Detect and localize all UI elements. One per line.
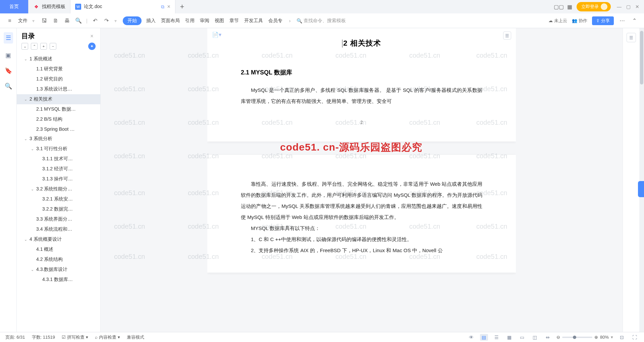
- redo-icon[interactable]: ↷: [103, 17, 110, 24]
- toc-item[interactable]: 2.2 B/S 结构: [17, 114, 100, 124]
- toc-item[interactable]: 1.2 研究目的: [17, 74, 100, 84]
- toc-item[interactable]: ⌄3.2 系统性能分…: [17, 184, 100, 194]
- new-tab-button[interactable]: +: [175, 0, 189, 13]
- ribbon-页面布局[interactable]: 页面布局: [160, 16, 180, 25]
- close-tab-icon[interactable]: ×: [167, 4, 170, 10]
- print-icon[interactable]: 🖶: [63, 17, 71, 24]
- vertical-scrollbar[interactable]: [639, 28, 644, 332]
- scrollbar-thumb[interactable]: [640, 31, 643, 84]
- toc-item[interactable]: 2.3 Spring Boot …: [17, 124, 100, 134]
- layout-icon[interactable]: ▢▢: [555, 3, 562, 10]
- cloud-status[interactable]: ☁ 未上云: [548, 18, 567, 24]
- document-canvas[interactable]: code51.cncode51.cncode51.cncode51.cncode…: [101, 28, 623, 332]
- zoom-in-icon[interactable]: ⊕: [594, 335, 598, 340]
- zoom-value[interactable]: 80%: [600, 335, 609, 340]
- collapse-all-icon[interactable]: ⌄: [21, 43, 28, 50]
- toc-item[interactable]: 4.3.1 数据库…: [17, 275, 100, 285]
- undo-icon[interactable]: ↶: [92, 17, 99, 24]
- minimize-icon[interactable]: —: [617, 4, 622, 9]
- print-preview-icon[interactable]: 🔍: [75, 17, 82, 24]
- nav-rail-icon[interactable]: ▣: [5, 52, 11, 59]
- ai-badge-icon[interactable]: ✦: [88, 43, 96, 50]
- maximize-icon[interactable]: ▢: [626, 4, 631, 9]
- tab-home[interactable]: 首页: [0, 0, 29, 13]
- detach-tab-icon[interactable]: ⧉: [161, 4, 164, 10]
- toc-item[interactable]: 3.1.1 技术可…: [17, 154, 100, 164]
- more-icon[interactable]: ⋯: [619, 17, 626, 24]
- toc-item[interactable]: 4.2 系统结构: [17, 254, 100, 265]
- toc-item[interactable]: 2.1 MYSQL 数据…: [17, 104, 100, 114]
- close-window-icon[interactable]: ✕: [635, 4, 639, 9]
- save-icon[interactable]: 🖫: [41, 17, 48, 24]
- command-search[interactable]: 🔍 查找命令、搜索模板: [297, 18, 346, 24]
- word-count[interactable]: 字数: 11519: [32, 334, 55, 340]
- apps-icon[interactable]: ▦: [566, 3, 573, 10]
- page-count[interactable]: 页面: 6/31: [5, 334, 25, 340]
- tab-document[interactable]: W 论文.doc ⧉ ×: [70, 0, 175, 13]
- toc-item[interactable]: ⌄4.3.数据库设计: [17, 265, 100, 275]
- tab-templates[interactable]: ❖ 找稻壳模板: [29, 0, 70, 13]
- ribbon-视图[interactable]: 视图: [214, 16, 225, 25]
- bookmark-rail-icon[interactable]: 🔖: [5, 67, 12, 74]
- hamburger-icon[interactable]: ≡: [6, 17, 13, 24]
- expand-ribbon-icon[interactable]: ⌃: [631, 17, 638, 24]
- page-view-icon[interactable]: ▤: [480, 334, 488, 341]
- compat-mode[interactable]: 兼容模式: [127, 334, 144, 340]
- toc-item[interactable]: 3.3 系统界面分…: [17, 214, 100, 224]
- toc-item[interactable]: ⌄2 相关技术: [17, 94, 100, 104]
- style-pane-icon[interactable]: ☰: [627, 33, 636, 42]
- ribbon-审阅[interactable]: 审阅: [199, 16, 210, 25]
- content-check-toggle[interactable]: ⌕ 内容检查 ▾: [95, 334, 120, 340]
- toc-label: 4.1 概述: [36, 246, 53, 252]
- ribbon-引用[interactable]: 引用: [184, 16, 195, 25]
- toc-item[interactable]: 3.1.2 经济可…: [17, 164, 100, 174]
- toc-item[interactable]: 1.3 系统设计思…: [17, 84, 100, 94]
- toc-item[interactable]: 1.1 研究背景: [17, 64, 100, 74]
- ribbon-overflow-icon[interactable]: ›: [289, 18, 291, 23]
- page-number: 2: [241, 120, 482, 125]
- page-widget-icon[interactable]: 📄▾: [212, 32, 221, 38]
- cloud-label: 未上云: [554, 18, 567, 24]
- watermark-text: code51.cn: [114, 189, 145, 197]
- close-sidebar-icon[interactable]: ×: [88, 33, 96, 40]
- feedback-tab[interactable]: [638, 181, 644, 197]
- toc-item[interactable]: 3.4 系统流程和…: [17, 224, 100, 234]
- eye-icon[interactable]: 👁: [467, 334, 475, 341]
- file-menu[interactable]: 文件: [17, 16, 28, 25]
- ribbon-开始[interactable]: 开始: [123, 16, 142, 25]
- zoom-control[interactable]: ⊖ ⊕ 80% ▾: [556, 335, 613, 340]
- add-heading-icon[interactable]: +: [40, 43, 47, 50]
- outline-view-icon[interactable]: ☰: [493, 334, 501, 341]
- zoom-out-icon[interactable]: ⊖: [556, 335, 560, 340]
- toc-item[interactable]: 4.1 概述: [17, 244, 100, 254]
- outline-rail-icon[interactable]: ☰: [4, 32, 13, 44]
- expand-all-icon[interactable]: ⌃: [31, 43, 38, 50]
- page-settings-icon[interactable]: ☰: [503, 32, 511, 40]
- collab-button[interactable]: 👥 协作: [572, 18, 587, 24]
- saveas-icon[interactable]: 🗎: [52, 17, 59, 24]
- toc-label: 2.1 MYSQL 数据…: [36, 106, 76, 112]
- web-view-icon[interactable]: ▦: [505, 334, 514, 341]
- toc-item[interactable]: ⌄3.1 可行性分析: [17, 144, 100, 154]
- read-view-icon[interactable]: ▭: [518, 334, 526, 341]
- toc-item[interactable]: 3.2.1 系统安…: [17, 194, 100, 204]
- dual-page-icon[interactable]: ◫: [531, 334, 539, 341]
- toc-item[interactable]: ⌄3 系统分析: [17, 134, 100, 144]
- toc-item[interactable]: ⌄4 系统概要设计: [17, 234, 100, 244]
- ribbon-开发工具[interactable]: 开发工具: [244, 16, 264, 25]
- search-rail-icon[interactable]: 🔍: [5, 82, 12, 90]
- ribbon-会员专[interactable]: 会员专: [268, 16, 283, 25]
- toc-item[interactable]: 3.1.3 操作可…: [17, 174, 100, 184]
- toc-item[interactable]: 3.2.2 数据完…: [17, 204, 100, 214]
- fit-width-icon[interactable]: ⇔: [544, 334, 552, 341]
- share-button[interactable]: ⇪ 分享: [592, 16, 614, 25]
- zoom-slider[interactable]: [562, 337, 592, 338]
- login-button[interactable]: 立即登录: [577, 2, 611, 11]
- fit-page-icon[interactable]: ⊡: [618, 334, 626, 341]
- spellcheck-toggle[interactable]: ☑ 拼写检查 ▾: [62, 334, 88, 340]
- toc-item[interactable]: ⌄1 系统概述: [17, 54, 100, 64]
- ribbon-章节[interactable]: 章节: [229, 16, 239, 25]
- ribbon-插入[interactable]: 插入: [146, 16, 156, 25]
- fullscreen-icon[interactable]: ⛶: [631, 334, 639, 341]
- remove-heading-icon[interactable]: −: [50, 43, 56, 50]
